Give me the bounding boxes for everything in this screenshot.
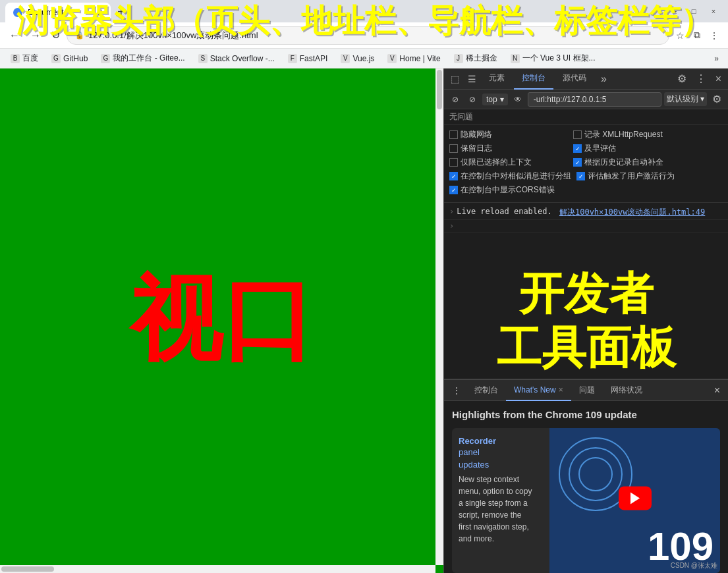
extension-button[interactable]: ⧉	[690, 27, 704, 43]
forward-button[interactable]: →	[26, 27, 45, 44]
youtube-play-button[interactable]	[619, 486, 652, 510]
scrollbar-vertical[interactable]	[435, 68, 443, 565]
settings-button[interactable]: ⋮	[706, 27, 723, 43]
tab-close-button[interactable]: ×	[98, 7, 103, 18]
cb-autocomplete-box[interactable]: ✓	[573, 158, 582, 167]
device-icon[interactable]: ☰	[464, 71, 480, 87]
whats-new-close-button[interactable]: ×	[559, 385, 563, 395]
console-sub-arrow: ›	[449, 221, 454, 231]
bookmarks-bar: B百度GGitHubG我的工作台 - Gitee...SStack Overfl…	[0, 49, 728, 68]
context-selector[interactable]: top ▾	[482, 94, 508, 105]
bookmark-item-4[interactable]: FFastAPI	[283, 53, 333, 65]
whats-new-card: Recorder panel updates New step context …	[452, 428, 720, 573]
close-button[interactable]: ×	[704, 5, 723, 17]
cb-autocomplete-label: 根据历史记录自动补全	[584, 157, 663, 168]
wn-body: New step context menu, option to copy a …	[459, 474, 536, 545]
whats-new-title: Highlights from the Chrome 109 update	[452, 409, 720, 420]
devtools-settings-icon[interactable]: ⚙	[673, 70, 690, 88]
viewport-text: 视口	[130, 258, 314, 383]
maximize-button[interactable]: □	[685, 5, 703, 17]
cb-preserve-log: 保留日志	[449, 143, 568, 154]
address-bar[interactable]: 🔒 127.0.0.1/解决100vh×100vw滚动条问题.html	[67, 26, 669, 45]
cb-cors-errors-box[interactable]: ✓	[449, 186, 458, 194]
svg-point-1	[569, 448, 622, 501]
bookmark-favicon-7: J	[454, 54, 463, 63]
log-level-select[interactable]: 默认级别 ▾	[664, 92, 707, 106]
inspect-icon[interactable]: ⬚	[447, 71, 462, 87]
minimize-button[interactable]: ─	[665, 5, 683, 17]
cb-hide-network-box[interactable]	[449, 130, 458, 139]
bookmark-label-3: Stack Overflow -...	[210, 54, 275, 63]
cb-xmlhttp: 记录 XMLHttpRequest	[573, 129, 692, 140]
devtools-more-icon[interactable]: ⋮	[692, 70, 710, 88]
bookmark-item-7[interactable]: J稀土掘金	[449, 51, 503, 65]
devtools-panel: 开发者工具面板 ⬚ ☰ 元素 控制台 源代码 » ⚙ ⋮ ×	[443, 68, 728, 573]
bookmark-item-6[interactable]: VHome | Vite	[382, 53, 445, 65]
clear-console-button[interactable]: ⊘	[448, 92, 462, 107]
cb-user-activation-box[interactable]: ✓	[576, 172, 585, 180]
bookmark-favicon-3: S	[198, 54, 208, 63]
active-tab[interactable]: Document ×	[5, 3, 111, 22]
bookmark-label-6: Home | Vite	[399, 54, 440, 63]
bottom-panel-close-icon[interactable]: ×	[709, 382, 725, 399]
bookmark-item-8[interactable]: N一个 Vue 3 UI 框架...	[505, 51, 601, 65]
cb-xmlhttp-box[interactable]	[573, 130, 582, 139]
back-button[interactable]: ←	[5, 27, 24, 44]
devtools-close-icon[interactable]: ×	[712, 70, 725, 88]
viewport: 视口	[0, 68, 443, 573]
no-issues-bar: 无问题	[444, 109, 728, 125]
tab-sources[interactable]: 源代码	[555, 68, 594, 90]
console-link[interactable]: 解决100vh×100vw滚动条问题.html:49	[559, 207, 705, 218]
csdn-label: CSDN @张太难	[671, 561, 717, 570]
cb-selected-context-box[interactable]	[449, 158, 458, 167]
bookmark-item-2[interactable]: G我的工作台 - Gitee...	[96, 51, 190, 65]
eye-button[interactable]: 👁	[511, 92, 525, 107]
cb-selected-context: 仅限已选择的上下文	[449, 157, 568, 168]
bookmark-item-5[interactable]: VVue.js	[335, 53, 379, 65]
bookmark-item-0[interactable]: B百度	[5, 51, 43, 65]
console-filter-input[interactable]	[528, 92, 661, 107]
devtools-bottom-panel: ⋮ 控制台 What's New × 问题 网络状况 ×	[444, 379, 728, 573]
bottom-tabs: ⋮ 控制台 What's New × 问题 网络状况 ×	[444, 380, 728, 401]
cb-group-similar-box[interactable]: ✓	[449, 172, 458, 180]
tab-title: Document	[28, 8, 64, 17]
whats-new-text-col: Recorder panel updates New step context …	[452, 428, 543, 573]
cb-group-similar: ✓ 在控制台中对相似消息进行分组	[449, 171, 571, 182]
devtools-toolbar: ⬚ ☰ 元素 控制台 源代码 » ⚙ ⋮ ×	[444, 68, 728, 90]
bookmark-item-1[interactable]: GGitHub	[46, 53, 93, 65]
whats-new-content: Highlights from the Chrome 109 update Re…	[444, 401, 728, 573]
scrollbar-horizontal[interactable]	[0, 565, 435, 573]
bookmark-favicon-2: G	[101, 54, 110, 63]
bookmark-item-3[interactable]: SStack Overflow -...	[193, 53, 280, 65]
content-area: 视口 开发者工具面板 ⬚ ☰ 元素 控制台	[0, 68, 728, 573]
window-controls: ─ □ ×	[665, 5, 723, 17]
console-settings-icon[interactable]: ⚙	[710, 92, 724, 107]
bottom-tab-network-conditions[interactable]: 网络状况	[603, 380, 650, 401]
bottom-tab-issues[interactable]: 问题	[571, 380, 603, 401]
bookmark-label-1: GitHub	[63, 54, 88, 63]
filter-icon-button[interactable]: ⊘	[465, 92, 480, 107]
tab-console[interactable]: 控制台	[514, 68, 553, 90]
no-issues-text: 无问题	[449, 111, 473, 123]
bottom-tab-whats-new[interactable]: What's New ×	[506, 380, 571, 401]
bookmark-favicon-1: G	[51, 54, 61, 63]
bottom-tab-console[interactable]: 控制台	[466, 380, 506, 401]
star-button[interactable]: ☆	[672, 27, 688, 43]
bookmarks-more-button[interactable]: »	[710, 53, 723, 65]
wn-subsection: panel	[459, 447, 536, 457]
new-tab-button[interactable]: +	[113, 2, 129, 22]
cb-hide-network: 隐藏网络	[449, 129, 568, 140]
nav-actions: ☆ ⧉ ⋮	[672, 27, 723, 43]
cb-preserve-log-box[interactable]	[449, 144, 458, 153]
cb-eager-eval-box[interactable]: ✓	[573, 144, 582, 153]
tab-elements[interactable]: 元素	[481, 68, 513, 90]
bookmark-favicon-6: V	[387, 54, 397, 63]
refresh-button[interactable]: ↻	[47, 26, 64, 44]
cb-cors-errors-label: 在控制台中显示CORS错误	[461, 184, 555, 196]
bookmark-label-7: 稀土掘金	[466, 53, 497, 64]
lock-icon: 🔒	[75, 31, 84, 40]
bottom-tab-more-icon[interactable]: ⋮	[447, 383, 466, 398]
bookmark-label-5: Vue.js	[352, 54, 374, 63]
bookmark-label-4: FastAPI	[300, 54, 328, 63]
more-tabs-button[interactable]: »	[596, 73, 612, 85]
